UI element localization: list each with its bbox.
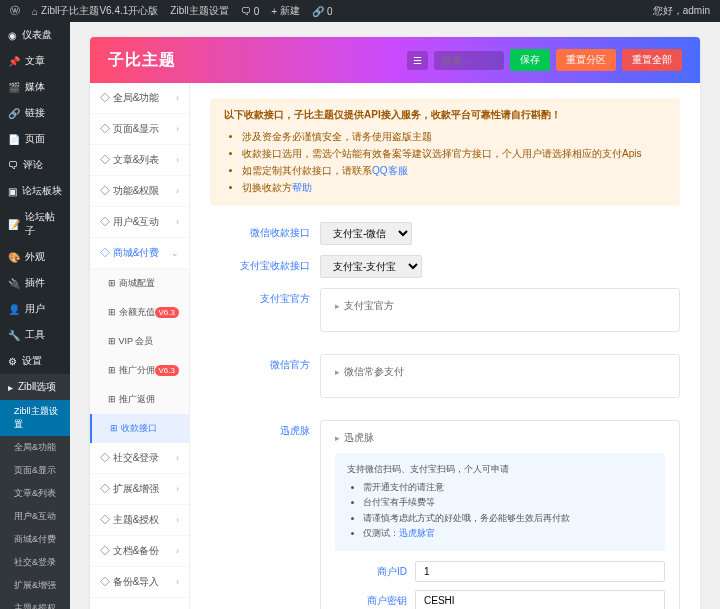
save-button[interactable]: 保存 xyxy=(510,49,550,71)
links-count[interactable]: 🔗 0 xyxy=(312,6,333,17)
nav-item2-1[interactable]: ◇ 扩展&增强› xyxy=(90,474,189,505)
sub-nav-1[interactable]: ⊞ 余额充值V6.3 xyxy=(90,298,189,327)
sub-nav-3[interactable]: ⊞ 推广分佣V6.3 xyxy=(90,356,189,385)
wp-menu-7[interactable]: 📝 论坛帖子 xyxy=(0,204,70,244)
wp-submenu-7[interactable]: 扩展&增强 xyxy=(0,574,70,597)
wp-submenu-3[interactable]: 文章&列表 xyxy=(0,482,70,505)
wp-menu-0[interactable]: ◉ 仪表盘 xyxy=(0,22,70,48)
wechat-label: 微信收款接口 xyxy=(210,222,320,240)
wp-submenu-0[interactable]: Zibll主题设置 xyxy=(0,400,70,436)
wp-submenu-2[interactable]: 页面&显示 xyxy=(0,459,70,482)
panel-title: 子比主题 xyxy=(108,50,176,71)
alipay-select[interactable]: 支付宝-支付宝 xyxy=(320,255,422,278)
new-link[interactable]: + 新建 xyxy=(271,4,300,18)
wp-menu-4[interactable]: 📄 页面 xyxy=(0,126,70,152)
nav-item-4[interactable]: ◇ 用户&互动› xyxy=(90,207,189,238)
nav-item-1[interactable]: ◇ 页面&显示› xyxy=(90,114,189,145)
wp-submenu-4[interactable]: 用户&互动 xyxy=(0,505,70,528)
nav-item2-3[interactable]: ◇ 文档&备份› xyxy=(90,536,189,567)
wp-menu-3[interactable]: 🔗 链接 xyxy=(0,100,70,126)
zibll-options[interactable]: ▸ Zibll选项 xyxy=(0,374,70,400)
wechat-select[interactable]: 支付宝-微信 xyxy=(320,222,412,245)
wp-menu-2[interactable]: 🎬 媒体 xyxy=(0,74,70,100)
wechat-official-card[interactable]: 微信常参支付 xyxy=(335,365,665,379)
wp-submenu-1[interactable]: 全局&功能 xyxy=(0,436,70,459)
sub-nav-4[interactable]: ⊞ 推广返佣 xyxy=(90,385,189,414)
wp-menu-8[interactable]: 🎨 外观 xyxy=(0,244,70,270)
sub-nav-2[interactable]: ⊞ VIP 会员 xyxy=(90,327,189,356)
sub-nav-5[interactable]: ⊞ 收款接口 xyxy=(90,414,189,443)
wp-submenu-6[interactable]: 社交&登录 xyxy=(0,551,70,574)
wp-submenu-8[interactable]: 主题&授权 xyxy=(0,597,70,609)
nav-item2-0[interactable]: ◇ 社交&登录› xyxy=(90,443,189,474)
notice-box: 以下收款接口，子比主题仅提供API接入服务，收款平台可靠性请自行斟酌！ 涉及资金… xyxy=(210,98,680,206)
wp-menu-12[interactable]: ⚙ 设置 xyxy=(0,348,70,374)
wp-submenu-5[interactable]: 商城&付费 xyxy=(0,528,70,551)
alipay-label: 支付宝收款接口 xyxy=(210,255,320,273)
wechat-official-label: 微信官方 xyxy=(210,354,320,372)
wp-menu-1[interactable]: 📌 文章 xyxy=(0,48,70,74)
nav-item2-2[interactable]: ◇ 主题&授权› xyxy=(90,505,189,536)
nav-item-0[interactable]: ◇ 全局&功能› xyxy=(90,83,189,114)
nav-item-3[interactable]: ◇ 功能&权限› xyxy=(90,176,189,207)
nav-item-5[interactable]: ◇ 商城&付费⌄ xyxy=(90,238,189,269)
wp-menu-10[interactable]: 👤 用户 xyxy=(0,296,70,322)
nav-item2-4[interactable]: ◇ 备份&导入› xyxy=(90,567,189,598)
xunhu-card[interactable]: 迅虎脉 xyxy=(335,431,665,445)
search-icon[interactable]: ☰ xyxy=(407,51,428,70)
xunhu-info: 支持微信扫码、支付宝扫码，个人可申请 需开通支付的请注意台付宝有手续费等请谨慎考… xyxy=(335,453,665,551)
reset-section-button[interactable]: 重置分区 xyxy=(556,49,616,71)
wp-menu-6[interactable]: ▣ 论坛板块 xyxy=(0,178,70,204)
mchname-input[interactable] xyxy=(415,590,665,609)
reset-all-button[interactable]: 重置全部 xyxy=(622,49,682,71)
theme-settings-link[interactable]: Zibll主题设置 xyxy=(170,4,228,18)
wp-menu-9[interactable]: 🔌 插件 xyxy=(0,270,70,296)
greeting[interactable]: 您好，admin xyxy=(653,4,710,18)
alipay-official-card[interactable]: 支付宝官方 xyxy=(335,299,665,313)
search-input[interactable] xyxy=(434,51,504,70)
nav-item-2[interactable]: ◇ 文章&列表› xyxy=(90,145,189,176)
alipay-official-label: 支付宝官方 xyxy=(210,288,320,306)
wp-logo[interactable]: ⓦ xyxy=(10,4,20,18)
xunhu-label: 迅虎脉 xyxy=(210,420,320,438)
sub-nav-0[interactable]: ⊞ 商城配置 xyxy=(90,269,189,298)
comments-link[interactable]: 🗨 0 xyxy=(241,6,260,17)
wp-menu-11[interactable]: 🔧 工具 xyxy=(0,322,70,348)
site-name[interactable]: ⌂ Zibll子比主题V6.4.1开心版 xyxy=(32,4,158,18)
wp-menu-5[interactable]: 🗨 评论 xyxy=(0,152,70,178)
mchid-input[interactable] xyxy=(415,561,665,582)
